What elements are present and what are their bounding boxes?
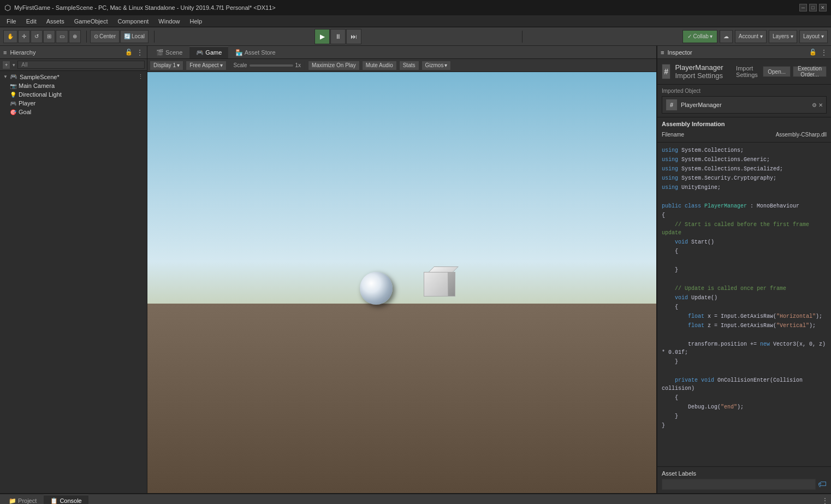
account-dropdown[interactable]: Account ▾ bbox=[735, 30, 767, 43]
game-toolbar: Display 1 ▾ Free Aspect ▾ Scale 1x Maxim… bbox=[147, 59, 656, 72]
view-tabs: 🎬 Scene 🎮 Game 🏪 Asset Store bbox=[147, 46, 656, 59]
light-icon: 💡 bbox=[10, 92, 16, 98]
hierarchy-content: ▼ 🎮 SampleScene* ⋮ 📷 Main Camera 💡 Direc… bbox=[0, 71, 147, 493]
layout-dropdown[interactable]: Layout ▾ bbox=[799, 30, 828, 43]
asset-labels-title: Asset Labels bbox=[662, 470, 827, 477]
play-button[interactable]: ▶ bbox=[314, 29, 330, 44]
asset-labels-input[interactable] bbox=[662, 479, 816, 490]
hierarchy-add-button[interactable]: + bbox=[2, 61, 10, 69]
open-button[interactable]: Open... bbox=[763, 66, 791, 77]
tool-group: ✋ ✛ ↺ ⊞ ▭ ⊕ bbox=[3, 30, 81, 43]
inspector-drag-icon: ≡ bbox=[661, 49, 664, 56]
minimize-button[interactable]: ─ bbox=[799, 4, 807, 11]
hierarchy-item-directional-light[interactable]: 💡 Directional Light bbox=[1, 90, 146, 99]
cloud-button[interactable]: ☁ bbox=[720, 30, 733, 43]
pivot-center-button[interactable]: ⊙ Center bbox=[90, 30, 120, 43]
stats-button[interactable]: Stats bbox=[399, 61, 419, 70]
filename-value: Assembly-CSharp.dll bbox=[776, 132, 827, 138]
hierarchy-item-player[interactable]: 🎮 Player bbox=[1, 99, 146, 108]
code-line-21: Debug.Log("end"); bbox=[662, 402, 827, 412]
hierarchy-toolbar: + ▾ All bbox=[0, 59, 147, 71]
asset-labels-row: 🏷 bbox=[662, 479, 827, 490]
cube-front-face bbox=[424, 272, 448, 297]
rotate-tool-button[interactable]: ↺ bbox=[31, 30, 43, 43]
camera-icon: 📷 bbox=[10, 83, 16, 89]
code-line-19: private void OnCollisionEnter(Collision … bbox=[662, 376, 827, 393]
console-menu-icon[interactable]: ⋮ bbox=[821, 496, 829, 505]
scene-options-icon[interactable]: ⋮ bbox=[138, 73, 144, 80]
maximize-button[interactable]: □ bbox=[809, 4, 817, 11]
tab-asset-store[interactable]: 🏪 Asset Store bbox=[229, 46, 282, 58]
toolbar-separator-3 bbox=[522, 31, 523, 43]
menu-assets[interactable]: Assets bbox=[42, 17, 69, 26]
code-line-16: float z = Input.GetAxisRaw("Vertical"); bbox=[662, 321, 827, 330]
hierarchy-panel: ≡ Hierarchy 🔓 ⋮ + ▾ All ▼ 🎮 SampleScene*… bbox=[0, 46, 147, 493]
tab-game[interactable]: 🎮 Game bbox=[189, 46, 228, 58]
inspector-lock-icon[interactable]: 🔓 bbox=[809, 49, 817, 56]
code-line-13: void Update() bbox=[662, 293, 827, 303]
code-line-23: } bbox=[662, 421, 827, 430]
execution-order-button[interactable]: Execution Order... bbox=[793, 66, 827, 77]
menu-component[interactable]: Component bbox=[113, 17, 153, 26]
hierarchy-item-label-player: Player bbox=[19, 100, 35, 106]
move-tool-button[interactable]: ✛ bbox=[18, 30, 30, 43]
step-button[interactable]: ⏭ bbox=[346, 29, 361, 44]
scale-tool-button[interactable]: ⊞ bbox=[43, 30, 55, 43]
code-line-3: using System.Collections.Specialized; bbox=[662, 164, 827, 174]
game-toolbar-sep-2 bbox=[304, 61, 305, 70]
filename-label: Filename bbox=[662, 132, 684, 138]
hierarchy-dropdown-icon: ▾ bbox=[13, 62, 15, 68]
inspector-panel: ≡ Inspector 🔓 ⋮ # PlayerManager Import S… bbox=[656, 46, 831, 493]
asset-labels-icon[interactable]: 🏷 bbox=[818, 479, 827, 489]
collab-dropdown-icon: ▾ bbox=[710, 33, 713, 39]
assembly-filename-row: Filename Assembly-CSharp.dll bbox=[662, 131, 827, 139]
layers-chevron-icon: ▾ bbox=[791, 33, 793, 39]
code-line-blank-1 bbox=[662, 192, 827, 201]
hierarchy-menu-icon[interactable]: ⋮ bbox=[136, 48, 144, 57]
pivot-local-button[interactable]: 🔄 Local bbox=[120, 30, 149, 43]
pause-button[interactable]: ⏸ bbox=[330, 29, 346, 44]
code-line-4: using System.Security.Cryptography; bbox=[662, 174, 827, 183]
code-line-blank-3 bbox=[662, 275, 827, 284]
display-chevron-icon: ▾ bbox=[177, 62, 180, 68]
hierarchy-scene-root[interactable]: ▼ 🎮 SampleScene* ⋮ bbox=[1, 72, 146, 81]
collab-button[interactable]: ✓ Collab ▾ bbox=[682, 30, 717, 43]
menu-help[interactable]: Help bbox=[185, 17, 206, 26]
display-dropdown[interactable]: Display 1 ▾ bbox=[150, 61, 183, 70]
scene-icon: 🎮 bbox=[10, 73, 17, 80]
inspector-menu-icon[interactable]: ⋮ bbox=[820, 48, 828, 57]
imported-object-section: Imported Object # PlayerManager ⚙ ✕ bbox=[657, 85, 831, 117]
imported-name: PlayerManager bbox=[681, 102, 722, 108]
aspect-dropdown[interactable]: Free Aspect ▾ bbox=[186, 61, 226, 70]
code-line-blank-2 bbox=[662, 256, 827, 265]
menu-edit[interactable]: Edit bbox=[22, 17, 41, 26]
maximize-on-play-button[interactable]: Maximize On Play bbox=[308, 61, 360, 70]
gizmos-button[interactable]: Gizmos ▾ bbox=[422, 61, 452, 70]
close-button[interactable]: ✕ bbox=[819, 4, 827, 11]
scale-slider[interactable] bbox=[250, 64, 293, 67]
aspect-chevron-icon: ▾ bbox=[220, 62, 223, 68]
hierarchy-item-goal[interactable]: 🎯 Goal bbox=[1, 108, 146, 116]
center-icon: ⊙ bbox=[94, 33, 98, 39]
transform-tool-button[interactable]: ⊕ bbox=[69, 30, 81, 43]
menu-gameobject[interactable]: GameObject bbox=[70, 17, 112, 26]
menu-window[interactable]: Window bbox=[154, 17, 184, 26]
hierarchy-item-main-camera[interactable]: 📷 Main Camera bbox=[1, 81, 146, 90]
tab-scene[interactable]: 🎬 Scene bbox=[150, 46, 189, 58]
hierarchy-lock-icon[interactable]: 🔓 bbox=[125, 49, 133, 56]
imported-options-icon[interactable]: ⚙ ✕ bbox=[812, 102, 823, 108]
tab-project[interactable]: 📁 Project bbox=[2, 495, 43, 504]
code-line-blank-5 bbox=[662, 366, 827, 376]
rect-tool-button[interactable]: ▭ bbox=[56, 30, 68, 43]
mute-audio-button[interactable]: Mute Audio bbox=[362, 61, 397, 70]
layers-dropdown[interactable]: Layers ▾ bbox=[769, 30, 797, 43]
menu-file[interactable]: File bbox=[2, 17, 21, 26]
hand-tool-button[interactable]: ✋ bbox=[3, 30, 17, 43]
inspector-title: Inspector bbox=[667, 49, 692, 56]
code-line-18: } bbox=[662, 357, 827, 366]
hierarchy-search[interactable]: All bbox=[17, 61, 145, 69]
tab-console[interactable]: 📋 Console bbox=[44, 495, 88, 504]
assembly-section: Assembly Information Filename Assembly-C… bbox=[657, 117, 831, 143]
play-controls: ▶ ⏸ ⏭ bbox=[314, 29, 361, 44]
inspector-script-name: PlayerManager Import Settings bbox=[675, 63, 729, 80]
